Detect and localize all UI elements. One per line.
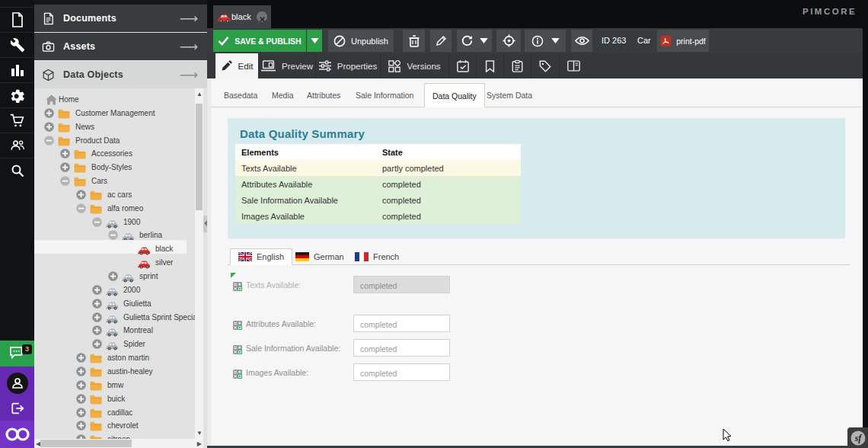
svg-text:sf: sf — [854, 433, 863, 443]
